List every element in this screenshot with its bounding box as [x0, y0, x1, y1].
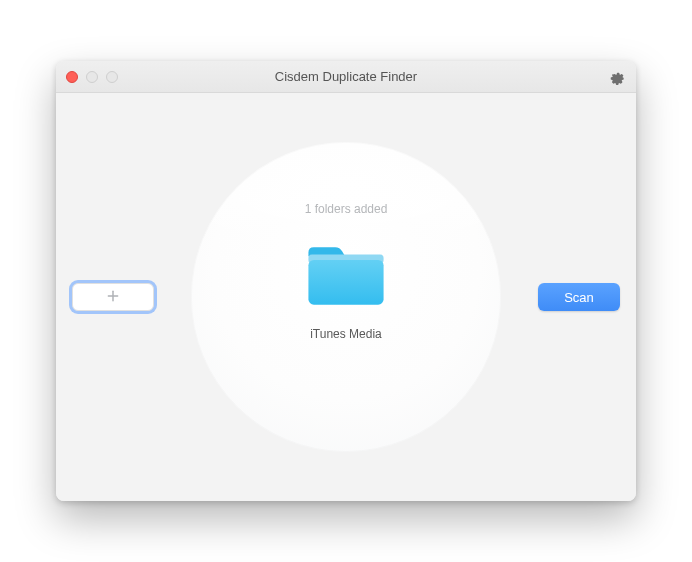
window-controls [66, 61, 118, 92]
window-title: Cisdem Duplicate Finder [275, 69, 417, 84]
folder-label: iTunes Media [310, 327, 382, 341]
zoom-window-button[interactable] [106, 71, 118, 83]
svg-rect-3 [308, 260, 383, 305]
app-window: Cisdem Duplicate Finder 1 [56, 61, 636, 501]
add-folder-button[interactable] [72, 283, 154, 311]
minimize-window-button[interactable] [86, 71, 98, 83]
gear-icon [610, 69, 626, 85]
main-area: 1 folders added [56, 93, 636, 501]
folder-item[interactable]: iTunes Media [303, 242, 389, 341]
settings-button[interactable] [610, 61, 626, 92]
plus-icon [105, 288, 121, 307]
scan-button[interactable]: Scan [538, 283, 620, 311]
folders-added-status: 1 folders added [305, 202, 388, 216]
drop-area[interactable]: 1 folders added [191, 142, 501, 452]
folder-icon [303, 242, 389, 313]
titlebar: Cisdem Duplicate Finder [56, 61, 636, 93]
close-window-button[interactable] [66, 71, 78, 83]
